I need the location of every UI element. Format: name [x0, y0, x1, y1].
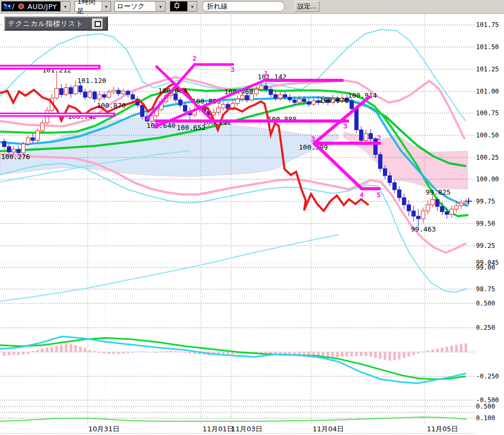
macd-histogram-bar	[360, 352, 363, 356]
macd-histogram-bar	[98, 352, 101, 353]
macd-histogram-bar	[113, 352, 115, 354]
wave-number-label: 2	[193, 54, 197, 62]
currency-pair-select[interactable]: / AUD/JPY ▾	[1, 1, 70, 12]
thin_cyan_rise_low-line	[0, 235, 338, 301]
restore-button[interactable]	[92, 18, 103, 30]
candle-body	[245, 96, 249, 100]
price-axis-label: 100.25	[476, 154, 499, 161]
candle-body	[288, 97, 292, 100]
date-axis-label: 11月03日	[231, 425, 262, 433]
australia-flag-icon	[3, 4, 11, 9]
macd-histogram-bar	[446, 347, 448, 352]
macd-histogram-bar	[41, 349, 44, 352]
chevron-down-icon[interactable]: ▾	[102, 2, 111, 11]
technical-indicator-list-panel[interactable]: テクニカル指標リスト	[4, 16, 108, 31]
macd-histogram-bar	[189, 352, 191, 354]
macd-histogram-bar	[393, 352, 396, 360]
price-label: 101.120	[77, 77, 106, 85]
macd-histogram-bar	[22, 352, 25, 355]
pink-cloud	[344, 132, 468, 189]
candle-body	[283, 95, 287, 97]
macd-histogram-bar	[346, 352, 349, 357]
macd-histogram-bar	[451, 346, 453, 352]
candle-style-select[interactable]: ▾	[170, 1, 197, 12]
chevron-down-icon[interactable]: ▾	[155, 2, 165, 11]
candle-body	[174, 94, 178, 100]
macd-histogram-bar	[65, 344, 68, 352]
macd-histogram-bar	[422, 351, 425, 352]
wave-number-label: 3	[231, 66, 235, 73]
candle-body	[455, 206, 459, 209]
macd-histogram-bar	[370, 352, 372, 357]
wave-number-label: 2	[377, 134, 381, 142]
price-axis-label: 100.00	[476, 175, 499, 183]
macd-histogram-bar	[13, 352, 15, 355]
candle-body	[117, 90, 121, 94]
chevron-down-icon[interactable]: ▾	[60, 2, 70, 11]
wave-number-label: 4	[360, 191, 364, 199]
candle-body	[450, 209, 454, 215]
macd-histogram-bar	[398, 352, 401, 359]
wave-number-label: 2	[154, 122, 158, 130]
candle-body	[179, 100, 182, 105]
candle-body	[269, 89, 273, 95]
oscillator-line	[0, 417, 466, 421]
macd-histogram-bar	[79, 347, 82, 352]
macd-histogram-bar	[170, 350, 172, 352]
macd-histogram-bar	[160, 351, 163, 352]
candle-body	[60, 88, 63, 95]
candle-body	[126, 91, 130, 95]
macd-histogram-bar	[146, 351, 149, 352]
pair-slash: /	[12, 3, 14, 10]
macd-histogram-bar	[417, 352, 420, 354]
settings-button[interactable]: 設定...	[295, 1, 319, 12]
chart-type-label: ローソク	[115, 2, 145, 11]
candle-body	[303, 99, 306, 101]
date-axis-label: 11月01日	[203, 425, 234, 433]
candle-body	[431, 199, 435, 205]
macd-histogram-bar	[151, 352, 153, 353]
macd-histogram-bar	[460, 344, 463, 352]
candle-body	[12, 149, 16, 152]
price-label: 100.870	[97, 101, 126, 109]
macd-histogram-bar	[17, 352, 20, 355]
candle-body	[41, 123, 44, 131]
candle-body	[7, 146, 11, 152]
panel-title: テクニカル指標リスト	[5, 19, 83, 29]
macd-histogram-bar	[3, 352, 6, 356]
macd-histogram-bar	[179, 351, 182, 352]
candle-body	[79, 86, 83, 92]
price-axis-label: 101.25	[476, 66, 499, 73]
candle-body	[421, 211, 425, 219]
candle-body	[260, 86, 263, 89]
macd-histogram-bar	[46, 348, 49, 352]
price-axis-label: -0.250	[476, 373, 499, 380]
chevron-down-icon[interactable]: ▾	[187, 2, 197, 11]
macd-histogram-bar	[222, 352, 225, 354]
candle-body	[98, 95, 102, 99]
macd-histogram-bar	[436, 349, 439, 352]
drawing-tool-input[interactable]	[202, 1, 285, 12]
candle-body	[212, 112, 216, 115]
candle-body	[184, 105, 187, 112]
candle-body	[107, 92, 111, 97]
price-axis-label: 99.00	[476, 264, 495, 271]
macd-histogram-bar	[136, 351, 139, 352]
macd-histogram-bar	[341, 352, 344, 357]
candle-body	[407, 205, 411, 211]
candle-body	[36, 131, 40, 140]
macd-histogram-bar	[175, 351, 177, 352]
macd-histogram-bar	[51, 347, 53, 352]
candle-body	[241, 96, 244, 99]
currency-pair-label: AUD/JPY	[28, 3, 57, 11]
restore-window-icon	[95, 21, 101, 27]
candle-body	[379, 154, 382, 169]
chart-type-select[interactable]: ローソク ▾	[114, 1, 166, 12]
candle-body	[69, 88, 73, 94]
timeframe-select[interactable]: 1時間足 ▾	[75, 1, 111, 12]
candle-body	[293, 100, 297, 103]
price-axis-label: 101.00	[476, 88, 499, 95]
chart-canvas[interactable]: 101.212101.120100.984100.870100.742100.2…	[0, 0, 504, 435]
macd-histogram-bar	[441, 348, 444, 352]
macd-histogram-bar	[332, 352, 334, 358]
